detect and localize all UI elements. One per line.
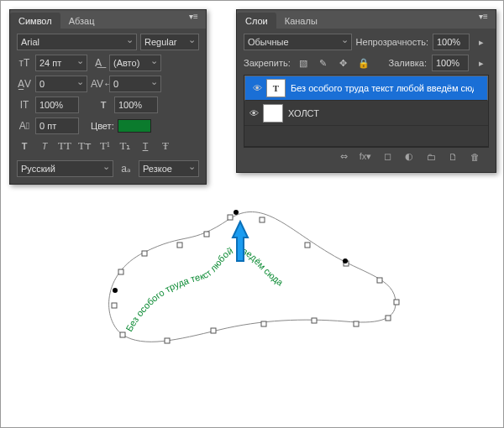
layer-group-icon[interactable]: 🗀 [423, 149, 438, 164]
layer-thumbnail[interactable]: T [266, 79, 286, 97]
svg-rect-7 [260, 217, 265, 222]
canvas-path [109, 211, 396, 342]
svg-rect-14 [312, 318, 317, 323]
anchor-points [112, 215, 399, 343]
svg-point-18 [234, 210, 239, 215]
visibility-icon[interactable]: 👁 [244, 108, 263, 118]
layer-row[interactable]: 👁 ХОЛСТ [244, 101, 488, 126]
lock-pixels-icon[interactable]: ✎ [316, 55, 331, 70]
tab-channels[interactable]: Каналы [276, 13, 326, 29]
underline-button[interactable]: T [138, 138, 153, 154]
font-style-select[interactable]: Regular [140, 34, 199, 50]
superscript-button[interactable]: T¹ [97, 138, 113, 154]
vscale-input[interactable] [35, 97, 79, 113]
opacity-label: Непрозрачность: [356, 37, 428, 47]
visibility-icon[interactable]: 👁 [249, 83, 266, 93]
svg-rect-12 [386, 316, 391, 321]
delete-layer-icon[interactable]: 🗑 [467, 149, 482, 164]
svg-rect-11 [394, 300, 399, 305]
layer-name[interactable]: Без особого труда текст любой введём сюд… [291, 83, 474, 93]
character-panel: Символ Абзац ▾≡ Arial Regular тТ 24 пт A… [9, 9, 207, 185]
aa-icon: aₐ [118, 163, 134, 175]
lock-position-icon[interactable]: ✥ [336, 55, 351, 70]
layers-list: 👁 T Без особого труда текст любой введём… [244, 75, 489, 147]
tab-paragraph[interactable]: Абзац [60, 13, 103, 29]
opacity-input[interactable] [433, 34, 470, 50]
font-family-select[interactable]: Arial [17, 34, 137, 50]
new-layer-icon[interactable]: 🗋 [445, 149, 460, 164]
svg-rect-0 [120, 332, 125, 337]
baseline-input[interactable] [35, 117, 79, 134]
svg-rect-10 [377, 278, 382, 283]
svg-rect-15 [261, 321, 266, 326]
language-select[interactable]: Русский [17, 160, 113, 177]
font-size-select[interactable]: 24 пт [35, 55, 87, 71]
tab-character[interactable]: Символ [10, 13, 60, 29]
svg-rect-9 [344, 261, 349, 266]
tab-layers[interactable]: Слои [237, 13, 276, 29]
svg-rect-13 [354, 321, 359, 326]
svg-rect-17 [165, 338, 170, 343]
baseline-icon: Aͣ [17, 120, 32, 132]
antialias-select[interactable]: Резкое [139, 160, 199, 177]
character-panel-header: Символ Абзац ▾≡ [10, 10, 206, 29]
tracking-icon: AV↔ [91, 78, 106, 90]
subscript-button[interactable]: T₁ [118, 138, 133, 154]
opacity-flyout-icon[interactable]: ▸ [474, 34, 489, 50]
svg-rect-5 [204, 232, 209, 237]
layer-row[interactable]: 👁 T Без особого труда текст любой введём… [244, 76, 488, 101]
fill-flyout-icon[interactable]: ▸ [474, 55, 489, 70]
bold-button[interactable]: T [17, 138, 32, 154]
panel-menu-icon[interactable]: ▾≡ [479, 12, 492, 23]
adjustment-layer-icon[interactable]: ◐ [402, 149, 417, 164]
text-color-swatch[interactable] [118, 119, 151, 133]
layer-thumbnail[interactable] [263, 104, 283, 123]
svg-marker-21 [233, 222, 248, 261]
direction-points [113, 210, 348, 293]
lock-all-icon[interactable]: 🔒 [356, 55, 371, 70]
svg-rect-4 [177, 243, 182, 248]
svg-rect-3 [142, 251, 147, 256]
layer-name[interactable]: ХОЛСТ [288, 108, 319, 118]
svg-rect-6 [228, 215, 233, 220]
path-text: Без особого труда текст любой введём сюд… [123, 244, 286, 333]
tracking-select[interactable]: 0 [109, 76, 161, 92]
panel-menu-icon[interactable]: ▾≡ [189, 12, 202, 23]
svg-rect-16 [211, 328, 216, 333]
vscale-icon: IT [17, 99, 32, 111]
svg-point-20 [113, 288, 118, 293]
kerning-icon: A̲V [17, 78, 32, 90]
fill-input[interactable] [432, 55, 469, 71]
hscale-input[interactable] [114, 97, 158, 113]
link-layers-icon[interactable]: ⇔ [336, 149, 351, 164]
svg-rect-8 [305, 243, 310, 248]
strikethrough-button[interactable]: Ŧ [158, 138, 173, 154]
layer-mask-icon[interactable]: ◻ [380, 149, 395, 164]
layers-footer: ⇔ fx▾ ◻ ◐ 🗀 🗋 🗑 [244, 147, 489, 165]
svg-point-19 [343, 258, 348, 264]
type-style-row: T T TT Tᴛ T¹ T₁ T Ŧ [17, 138, 199, 154]
layers-panel: Слои Каналы ▾≡ Обычные Непрозрачность: ▸… [236, 9, 496, 173]
svg-rect-1 [112, 303, 117, 308]
leading-select[interactable]: (Авто) [109, 55, 161, 71]
font-size-icon: тТ [17, 57, 32, 69]
blend-mode-select[interactable]: Обычные [244, 34, 352, 50]
kerning-select[interactable]: 0 [35, 76, 87, 92]
lock-label: Закрепить: [244, 58, 291, 68]
lock-transparency-icon[interactable]: ▧ [296, 55, 311, 70]
arrow-indicator [233, 222, 248, 261]
hscale-icon: T [96, 99, 111, 111]
italic-button[interactable]: T [37, 138, 52, 154]
fill-label: Заливка: [389, 58, 427, 68]
leading-icon: A͟ [91, 57, 106, 69]
layer-fx-icon[interactable]: fx▾ [358, 149, 373, 164]
color-label: Цвет: [91, 121, 114, 131]
svg-rect-2 [118, 269, 123, 274]
layers-panel-header: Слои Каналы ▾≡ [237, 10, 496, 29]
smallcaps-button[interactable]: Tᴛ [77, 138, 92, 154]
allcaps-button[interactable]: TT [57, 138, 72, 154]
